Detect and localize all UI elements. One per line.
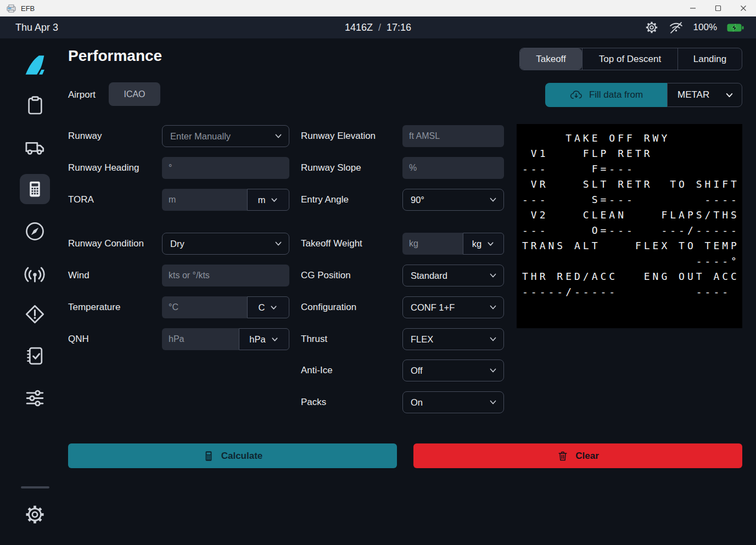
fill-source-value: METAR [677,89,709,100]
anti-ice-label: Anti-Ice [301,359,333,381]
efb-app-window: EFB Thu Apr 3 1416Z/17:16 [0,0,756,545]
takeoff-weight-field: kg [402,233,504,255]
local-time: 17:16 [387,22,411,33]
qnh-unit-select[interactable]: hPa [239,328,289,350]
app-icon [7,4,16,13]
chevron-down-icon [489,398,497,407]
gear-icon [24,503,46,526]
phase-tabs: Takeoff Top of Descent Landing [519,48,742,70]
temperature-unit-select[interactable]: C [247,296,289,318]
runway-heading-input[interactable] [162,157,289,179]
utc-time: 1416Z [345,22,373,33]
anti-ice-select[interactable]: Off [402,359,504,381]
configuration-value: CONF 1+F [411,302,455,313]
compass-icon [24,220,46,243]
sidebar-item-logo [0,52,70,78]
maximize-button[interactable] [705,0,731,16]
chevron-down-icon [489,366,497,375]
fill-data-from-button[interactable]: Fill data from [545,83,667,107]
wifi-off-icon [669,20,684,35]
sidebar-item-clipboard[interactable] [0,94,70,116]
sidebar-item-ground-vehicle[interactable] [0,136,70,159]
calculator-icon [203,450,215,462]
airport-icao-button[interactable]: ICAO [109,82,160,106]
tora-input[interactable] [162,189,247,211]
chevron-down-icon [486,240,495,248]
runway-slope-label: Runway Slope [301,157,361,179]
calculate-label: Calculate [221,451,263,462]
qnh-unit-value: hPa [249,334,265,345]
tab-landing[interactable]: Landing [677,48,742,70]
wind-input[interactable] [162,265,289,286]
takeoff-weight-unit-select[interactable]: kg [463,233,504,255]
entry-angle-label: Entry Angle [301,189,349,211]
takeoff-weight-input[interactable] [402,233,463,255]
sidebar-item-antenna[interactable] [0,263,70,286]
window-title: EFB [21,4,35,13]
packs-value: On [411,397,423,408]
chevron-down-icon [274,132,283,141]
temperature-label: Temperature [68,296,120,318]
close-button[interactable] [731,0,756,16]
entry-angle-select[interactable]: 90° [402,189,504,211]
sidebar-item-hazard[interactable] [0,303,70,325]
runway-condition-value: Dry [170,239,184,249]
chevron-down-icon [270,196,278,204]
sidebar-item-checklist[interactable] [0,345,70,367]
qnh-field: hPa [162,328,289,350]
clear-label: Clear [575,451,599,462]
temperature-input[interactable] [162,296,247,318]
fill-source-dropdown[interactable]: METAR [667,83,742,107]
truck-icon [24,136,47,159]
runway-select-value: Enter Manually [170,131,231,142]
chevron-down-icon [274,239,283,248]
runway-elevation-label: Runway Elevation [301,125,376,147]
runway-elevation-input[interactable] [402,125,504,147]
calculate-button[interactable]: Calculate [68,443,397,468]
sidebar-item-compass[interactable] [0,220,70,243]
thrust-select[interactable]: FLEX [402,328,504,350]
wind-label: Wind [68,265,89,286]
trash-icon [557,450,569,462]
thrust-value: FLEX [411,334,433,345]
anti-ice-value: Off [411,366,423,376]
qnh-label: QNH [68,328,89,350]
runway-select[interactable]: Enter Manually [162,125,289,147]
minimize-button[interactable] [680,0,705,16]
hazard-diamond-icon [24,303,46,325]
tora-unit-select[interactable]: m [247,189,289,211]
runway-condition-label: Runway Condition [68,233,144,255]
entry-angle-value: 90° [411,195,424,205]
antenna-icon [23,263,47,286]
runway-condition-select[interactable]: Dry [162,233,289,255]
runway-slope-input[interactable] [402,157,504,179]
clipboard-icon [24,94,46,116]
clock-separator: / [373,22,387,33]
cg-position-select[interactable]: Standard [402,265,504,286]
calculator-icon [25,179,45,199]
statusbar-gear-icon[interactable] [645,20,659,35]
configuration-label: Configuration [301,296,356,318]
window-titlebar: EFB [0,0,756,16]
thrust-label: Thrust [301,328,327,350]
chevron-down-icon [489,271,497,280]
chevron-down-icon [271,335,279,344]
sliders-icon [23,386,47,410]
qnh-input[interactable] [162,328,239,350]
clear-button[interactable]: Clear [413,443,742,468]
tab-takeoff[interactable]: Takeoff [520,48,582,70]
cg-position-value: Standard [411,271,447,281]
packs-select[interactable]: On [402,391,504,413]
page-title: Performance [68,47,162,65]
checklist-notebook-icon [24,345,46,367]
chevron-down-icon [489,335,497,344]
tab-top-of-descent[interactable]: Top of Descent [582,48,677,70]
sidebar-item-settings[interactable] [0,503,70,526]
status-bar: Thu Apr 3 1416Z/17:16 [0,16,756,38]
status-clock: 1416Z/17:16 [0,16,756,38]
sidebar-item-performance-calculator[interactable] [0,179,70,199]
cg-position-label: CG Position [301,265,351,286]
sidebar-item-sliders[interactable] [0,386,70,410]
configuration-select[interactable]: CONF 1+F [402,296,504,318]
tora-label: TORA [68,189,94,211]
